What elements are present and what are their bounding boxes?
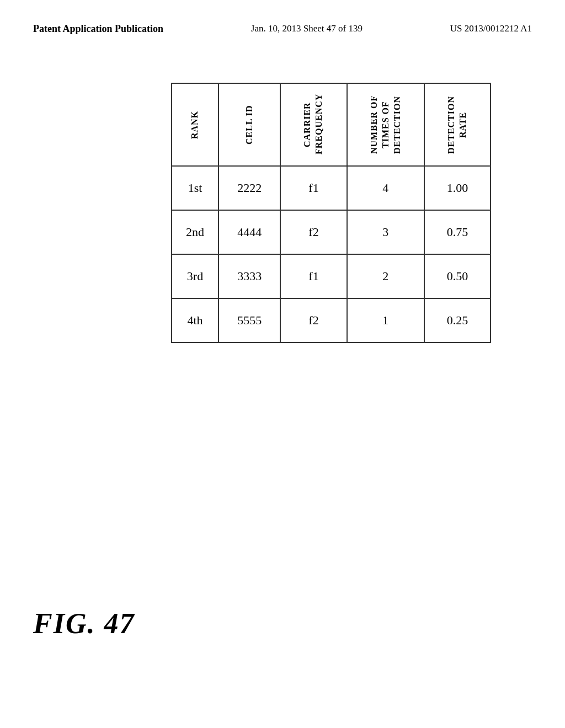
cell-carrier-1: f1: [280, 166, 347, 210]
cell-detrate-2: 0.75: [424, 210, 491, 254]
table-row: 2nd 4444 f2 3 0.75: [172, 210, 491, 254]
cell-cellid-4: 5555: [218, 298, 280, 342]
cell-numdet-3: 2: [347, 254, 424, 298]
publication-number: US 2013/0012212 A1: [450, 22, 532, 35]
figure-label: FIG. 47: [33, 607, 135, 640]
cell-carrier-4: f2: [280, 298, 347, 342]
page-header: Patent Application Publication Jan. 10, …: [0, 0, 565, 47]
data-table: RANK CELL ID CARRIER FREQUENCY NUMBER OF…: [171, 83, 491, 343]
col-header-num-detection: NUMBER OF TIMES OF DETECTION: [347, 83, 424, 166]
cell-rank-2: 2nd: [172, 210, 218, 254]
col-header-carrier-freq: CARRIER FREQUENCY: [280, 83, 347, 166]
table-row: 4th 5555 f2 1 0.25: [172, 298, 491, 342]
cell-numdet-2: 3: [347, 210, 424, 254]
cell-carrier-2: f2: [280, 210, 347, 254]
col-header-rank: RANK: [172, 83, 218, 166]
publication-label: Patent Application Publication: [33, 22, 163, 36]
cell-cellid-1: 2222: [218, 166, 280, 210]
cell-cellid-2: 4444: [218, 210, 280, 254]
table-row: 3rd 3333 f1 2 0.50: [172, 254, 491, 298]
cell-detrate-3: 0.50: [424, 254, 491, 298]
cell-detrate-4: 0.25: [424, 298, 491, 342]
cell-detrate-1: 1.00: [424, 166, 491, 210]
cell-rank-1: 1st: [172, 166, 218, 210]
col-header-detection-rate: DETECTION RATE: [424, 83, 491, 166]
col-header-cell-id: CELL ID: [218, 83, 280, 166]
table-row: 1st 2222 f1 4 1.00: [172, 166, 491, 210]
cell-carrier-3: f1: [280, 254, 347, 298]
cell-cellid-3: 3333: [218, 254, 280, 298]
data-table-container: RANK CELL ID CARRIER FREQUENCY NUMBER OF…: [171, 83, 491, 343]
publication-date-sheet: Jan. 10, 2013 Sheet 47 of 139: [251, 22, 363, 35]
cell-numdet-1: 4: [347, 166, 424, 210]
cell-rank-4: 4th: [172, 298, 218, 342]
cell-numdet-4: 1: [347, 298, 424, 342]
cell-rank-3: 3rd: [172, 254, 218, 298]
